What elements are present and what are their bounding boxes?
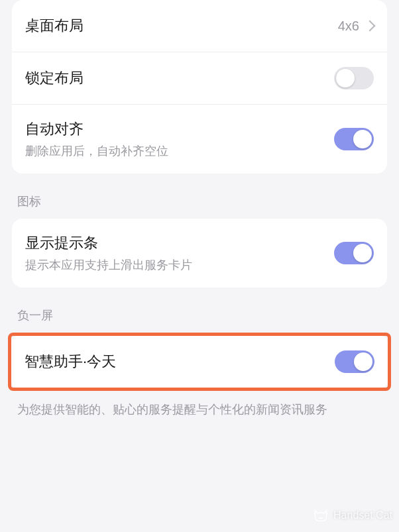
desktop-layout-row[interactable]: 桌面布局 4x6 [12,0,387,52]
minus-one-card: 智慧助手·今天 [11,336,388,388]
auto-align-sub: 删除应用后，自动补齐空位 [25,143,334,159]
lock-layout-label: 锁定布局 [25,68,334,88]
show-hint-bar-row[interactable]: 显示提示条 提示本应用支持上滑出服务卡片 [12,219,387,288]
minus-one-desc: 为您提供智能的、贴心的服务提醒与个性化的新闻资讯服务 [12,391,387,419]
show-hint-bar-toggle[interactable] [334,242,374,264]
smart-assistant-row[interactable]: 智慧助手·今天 [11,336,388,388]
chevron-right-icon [365,21,376,32]
show-hint-bar-sub: 提示本应用支持上滑出服务卡片 [25,257,334,273]
layout-settings-card: 桌面布局 4x6 锁定布局 自动对齐 删除应用后，自动补齐空位 [12,0,387,174]
watermark: Handset Cat [312,507,392,524]
auto-align-toggle[interactable] [334,128,374,150]
icons-section-header: 图标 [12,174,387,219]
auto-align-label: 自动对齐 [25,119,334,139]
icons-settings-card: 显示提示条 提示本应用支持上滑出服务卡片 [12,219,387,288]
smart-assistant-toggle[interactable] [335,350,374,373]
cat-icon [312,507,329,524]
auto-align-row[interactable]: 自动对齐 删除应用后，自动补齐空位 [12,104,387,174]
desktop-layout-value: 4x6 [338,19,359,34]
watermark-text: Handset Cat [333,509,392,521]
lock-layout-row[interactable]: 锁定布局 [12,52,387,104]
minus-one-section-header: 负一屏 [12,288,387,333]
desktop-layout-label: 桌面布局 [25,16,338,36]
smart-assistant-label: 智慧助手·今天 [25,352,335,372]
lock-layout-toggle[interactable] [334,67,374,89]
highlight-box: 智慧助手·今天 [8,333,391,391]
show-hint-bar-label: 显示提示条 [25,233,334,253]
